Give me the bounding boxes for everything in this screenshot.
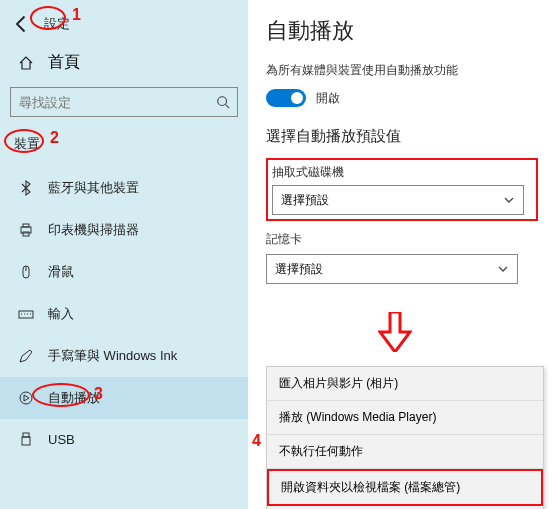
nav-label: 自動播放 — [48, 389, 100, 407]
select-value: 選擇預設 — [275, 261, 323, 278]
autoplay-desc: 為所有媒體與裝置使用自動播放功能 — [266, 62, 538, 79]
svg-point-0 — [218, 97, 227, 106]
dropdown-item-play[interactable]: 播放 (Windows Media Player) — [267, 401, 543, 435]
autoplay-icon — [18, 390, 34, 406]
nav-typing[interactable]: 輸入 — [0, 293, 248, 335]
nav-label: 印表機與掃描器 — [48, 221, 139, 239]
nav-label: USB — [48, 432, 75, 447]
toggle-row: 開啟 — [266, 89, 538, 107]
keyboard-icon — [18, 306, 34, 322]
nav-mouse[interactable]: 滑鼠 — [0, 251, 248, 293]
field-label-removable: 抽取式磁碟機 — [272, 164, 532, 181]
dropdown-item-import[interactable]: 匯入相片與影片 (相片) — [267, 367, 543, 401]
nav-label: 手寫筆與 Windows Ink — [48, 347, 177, 365]
defaults-heading: 選擇自動播放預設值 — [266, 127, 538, 146]
section-label: 裝置 2 — [0, 127, 248, 163]
highlight-removable: 抽取式磁碟機 選擇預設 — [266, 158, 538, 221]
back-button[interactable] — [12, 14, 32, 34]
nav-list: 藍牙與其他裝置 印表機與掃描器 滑鼠 輸入 手寫筆與 Windows Ink 自… — [0, 167, 248, 459]
pen-icon — [18, 348, 34, 364]
nav-label: 藍牙與其他裝置 — [48, 179, 139, 197]
select-memory[interactable]: 選擇預設 — [266, 254, 518, 284]
nav-printers[interactable]: 印表機與掃描器 — [0, 209, 248, 251]
printer-icon — [18, 222, 34, 238]
sidebar: 設定 1 首頁 裝置 2 藍牙與其他裝置 印表機與掃描器 滑鼠 輸入 — [0, 0, 248, 509]
nav-label: 滑鼠 — [48, 263, 74, 281]
nav-label: 輸入 — [48, 305, 74, 323]
toggle-label: 開啟 — [316, 90, 340, 107]
chevron-down-icon — [503, 194, 515, 206]
page-title: 自動播放 — [266, 16, 538, 46]
settings-title: 設定 — [44, 15, 70, 33]
svg-line-1 — [226, 105, 230, 109]
nav-pen[interactable]: 手寫筆與 Windows Ink — [0, 335, 248, 377]
dropdown-menu: 匯入相片與影片 (相片) 播放 (Windows Media Player) 不… — [266, 366, 544, 509]
search-icon — [216, 95, 230, 109]
svg-point-12 — [20, 392, 32, 404]
nav-autoplay[interactable]: 自動播放 3 — [0, 377, 248, 419]
field-label-memory: 記憶卡 — [266, 231, 538, 248]
home-link[interactable]: 首頁 — [0, 44, 248, 81]
nav-bluetooth[interactable]: 藍牙與其他裝置 — [0, 167, 248, 209]
dropdown-item-none[interactable]: 不執行任何動作 — [267, 435, 543, 469]
bluetooth-icon — [18, 180, 34, 196]
svg-rect-3 — [23, 224, 29, 227]
header: 設定 1 — [0, 8, 248, 44]
search-input[interactable] — [10, 87, 238, 117]
select-removable[interactable]: 選擇預設 — [272, 185, 524, 215]
select-value: 選擇預設 — [281, 192, 329, 209]
chevron-down-icon — [497, 263, 509, 275]
nav-usb[interactable]: USB — [0, 419, 248, 459]
svg-rect-14 — [22, 437, 30, 445]
mouse-icon — [18, 264, 34, 280]
dropdown-item-open-folder[interactable]: 開啟資料夾以檢視檔案 (檔案總管) — [267, 469, 543, 506]
arrow-left-icon — [12, 14, 32, 34]
autoplay-toggle[interactable] — [266, 89, 306, 107]
home-label: 首頁 — [48, 52, 80, 73]
content: 自動播放 為所有媒體與裝置使用自動播放功能 開啟 選擇自動播放預設值 抽取式磁碟… — [248, 0, 552, 509]
home-icon — [18, 55, 34, 71]
arrow-down-annotation — [378, 312, 412, 352]
svg-rect-13 — [23, 433, 29, 437]
usb-icon — [18, 431, 34, 447]
search-wrap — [10, 87, 238, 117]
field-memory: 記憶卡 選擇預設 — [266, 231, 538, 284]
